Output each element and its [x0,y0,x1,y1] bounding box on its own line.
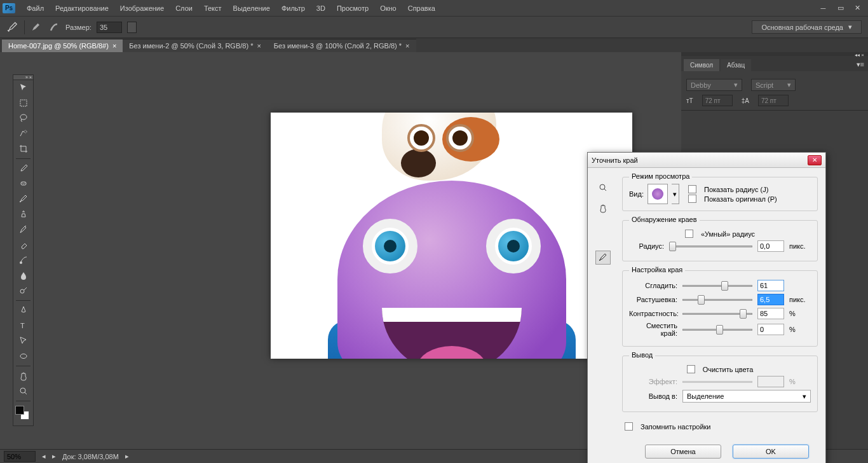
gradient-tool[interactable] [13,252,33,268]
brush-size-input[interactable] [97,22,122,33]
close-icon[interactable]: × [405,42,409,50]
shape-tool[interactable] [13,349,33,364]
output-to-select[interactable]: Выделение▾ [682,390,811,403]
smooth-input[interactable] [757,280,784,291]
menu-3d[interactable]: 3D [311,2,330,15]
tab-character[interactable]: Символ [684,59,719,71]
hand-tool-icon[interactable] [595,201,611,215]
brush-size-dropdown[interactable] [127,22,137,33]
menu-file[interactable]: Файл [22,2,49,15]
menu-select[interactable]: Выделение [228,2,275,15]
blur-tool[interactable] [13,268,33,283]
minimize-button[interactable]: ─ [815,3,831,14]
chevron-right-icon[interactable]: ▸ [125,452,129,460]
refine-edge-dialog: Уточнить край ✕ Режим просмотра Вид: ▾ [587,152,826,463]
panel-menu-icon[interactable]: ▾≡ [853,58,868,71]
menu-help[interactable]: Справка [403,2,440,15]
dialog-tool-strip [595,176,614,462]
pen-tool[interactable] [13,303,33,318]
zoom-tool-icon[interactable] [595,181,611,195]
shift-input[interactable] [757,324,784,335]
close-icon[interactable]: × [112,42,116,50]
menu-view[interactable]: Просмотр [332,2,374,15]
brush-tool[interactable] [13,191,33,207]
text-tool[interactable]: T [13,318,33,333]
smart-radius-checkbox[interactable] [685,230,693,238]
scroll-right-icon[interactable]: ▸ [52,452,56,460]
clone-tool[interactable] [13,207,33,222]
dialog-titlebar[interactable]: Уточнить край ✕ [588,153,825,168]
document-canvas[interactable] [271,113,632,359]
cancel-button[interactable]: Отмена [645,445,721,459]
show-original-checkbox[interactable] [688,195,696,203]
menu-edit[interactable]: Редактирование [50,2,114,15]
toolbox-handle[interactable]: » × [13,75,33,80]
marquee-tool[interactable] [13,95,33,111]
close-button[interactable]: ✕ [850,3,865,14]
svg-point-12 [600,184,605,190]
menu-image[interactable]: Изображение [115,2,169,15]
crop-tool[interactable] [13,141,33,156]
font-size-input[interactable] [702,95,733,106]
svg-point-1 [20,114,27,120]
menu-text[interactable]: Текст [199,2,227,15]
dodge-tool[interactable] [13,283,33,298]
quick-select-tool[interactable] [13,126,33,141]
app-logo: Ps [3,3,15,13]
svg-point-7 [20,261,22,264]
shift-slider[interactable] [682,324,752,335]
adjust-edge-section: Настройка края Сгладить: Растушевка:пикс… [622,270,818,347]
hand-tool[interactable] [13,368,33,384]
radius-input[interactable] [757,240,784,252]
menu-layers[interactable]: Слои [170,2,198,15]
brush-preset-icon[interactable] [30,21,43,34]
output-section: Вывод Очистить цвета Эффект:% Вывод в:Вы… [622,356,818,412]
radius-slider[interactable] [669,241,752,251]
move-tool[interactable] [13,80,33,95]
history-brush-tool[interactable] [13,222,33,237]
refine-brush-icon[interactable] [595,251,611,265]
healing-tool[interactable] [13,176,33,191]
contrast-input[interactable] [757,308,784,319]
view-thumb-dropdown[interactable]: ▾ [672,184,679,204]
leading-input[interactable] [758,95,789,106]
close-icon[interactable]: × [257,42,261,50]
path-select-tool[interactable] [13,333,33,349]
menu-window[interactable]: Окно [375,2,402,15]
show-radius-checkbox[interactable] [688,185,696,193]
svg-rect-0 [20,100,27,106]
decontaminate-checkbox[interactable] [687,365,695,373]
effect-slider [682,377,752,387]
doc-tab-1[interactable]: Home-007.jpg @ 50% (RGB/8#)× [2,39,123,52]
menu-filter[interactable]: Фильтр [276,2,310,15]
maximize-button[interactable]: ▭ [832,3,848,14]
zoom-tool[interactable] [13,384,33,399]
workspace-selector[interactable]: Основная рабочая среда▾ [752,20,862,34]
font-style-select[interactable]: Script▾ [751,79,796,91]
dialog-close-button[interactable]: ✕ [808,155,822,165]
svg-point-4 [22,183,22,183]
ok-button[interactable]: OK [733,445,809,459]
font-family-select[interactable]: Debby▾ [686,79,742,91]
svg-point-10 [20,354,27,359]
tab-paragraph[interactable]: Абзац [721,59,751,71]
feather-input[interactable] [757,294,784,305]
scroll-left-icon[interactable]: ◂ [42,452,46,460]
feather-slider[interactable] [682,294,752,305]
contrast-slider[interactable] [682,308,752,319]
doc-tab-3[interactable]: Без имени-3 @ 100% (Слой 2, RGB/8) *× [268,39,416,52]
remember-checkbox[interactable] [625,422,633,431]
smooth-slider[interactable] [682,280,752,291]
zoom-input[interactable] [4,451,36,462]
eyedropper-tool[interactable] [13,161,33,176]
view-thumb[interactable] [648,184,668,204]
brush-panel-icon[interactable] [48,21,60,34]
effect-input [757,376,784,387]
lasso-tool[interactable] [13,111,33,126]
brush-tool-icon[interactable] [6,21,19,34]
svg-point-11 [20,388,25,393]
eraser-tool[interactable] [13,237,33,252]
doc-tab-2[interactable]: Без имени-2 @ 50% (Слой 3, RGB/8) *× [123,39,268,52]
svg-text:T: T [20,322,25,329]
color-swatches[interactable] [13,403,33,425]
